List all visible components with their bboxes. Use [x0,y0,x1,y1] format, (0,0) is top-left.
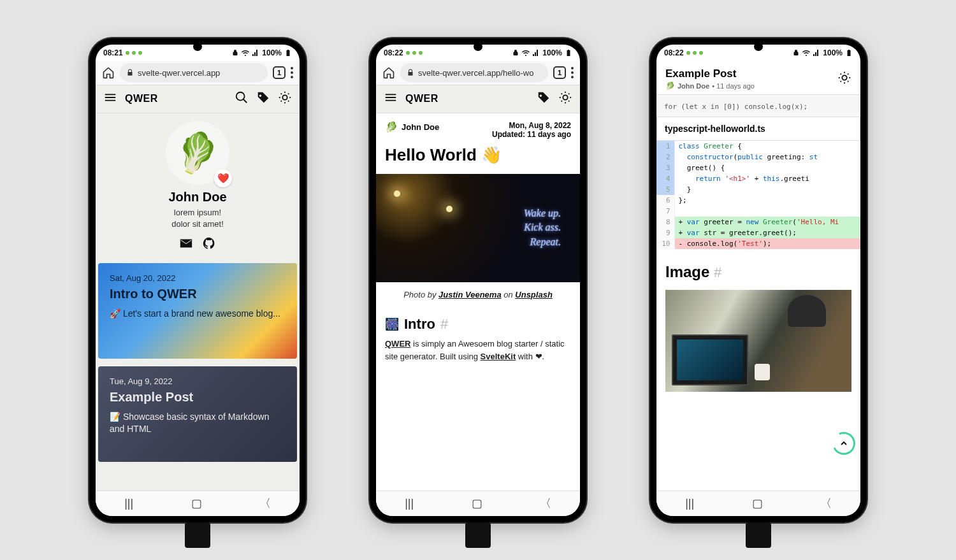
battery-icon [565,49,572,57]
vpn-icon [512,49,519,57]
svg-point-3 [842,75,846,80]
android-icon [138,51,142,55]
profile-bio: lorem ipsum! dolor sit amet! [171,207,224,230]
phone-2: 08:22 100% svelte-qwer.vercel.app/hello-… [370,38,586,522]
avatar-icon: 🥬 [385,121,398,133]
neon-text: Wake up. Kick ass. Repeat. [524,206,561,249]
line-number: 9 [656,227,674,238]
heart-badge: ❤️ [214,169,232,187]
theme-icon[interactable] [278,90,292,107]
back-button[interactable]: 〈 [820,496,832,511]
tabs-button[interactable]: 1 [273,66,286,79]
menu-icon[interactable] [103,90,117,107]
home-icon[interactable] [382,66,395,79]
sticky-header: Example Post 🥬 John Doe • 11 days ago [656,61,860,94]
android-icon [686,51,690,55]
image-caption: Photo by Justin Veenema on Unsplash [376,282,580,307]
unsplash-link[interactable]: Unsplash [515,290,553,299]
mail-icon[interactable] [179,236,193,250]
post-date: Sat, Aug 20, 2022 [110,273,286,283]
browser-address-bar: svelte-qwer.vercel.app 1 [96,61,300,85]
line-number: 6 [656,195,674,206]
home-icon[interactable] [102,66,115,79]
svg-point-0 [236,92,245,101]
code-line: }; [674,195,860,206]
app-title[interactable]: QWER [125,93,158,104]
url-field[interactable]: svelte-qwer.vercel.app [120,63,268,82]
code-filename: typescript-helloworld.ts [656,117,860,141]
android-icon [699,51,703,55]
line-number: 8 [656,217,674,227]
back-button[interactable]: 〈 [259,496,271,511]
app-header: QWER [96,85,300,113]
post-dates: Mon, Aug 8, 2022 Updated: 11 days ago [492,121,571,139]
browser-menu-icon[interactable] [291,67,293,78]
code-line: return '<h1>' + this.greeti [674,173,860,184]
github-icon[interactable] [202,236,216,250]
battery-icon [845,49,853,57]
wifi-icon [802,49,810,57]
sveltekit-link[interactable]: SvelteKit [481,352,516,361]
recents-button[interactable]: ||| [405,497,414,510]
home-button[interactable]: ▢ [191,496,202,510]
mug-icon [755,364,770,380]
lock-icon [126,69,134,76]
theme-icon[interactable] [837,71,851,87]
post-byline: 🥬 John Doe • 11 days ago [665,82,755,90]
content-image[interactable] [665,290,851,392]
post-card-1[interactable]: Sat, Aug 20, 2022 Intro to QWER 🚀 Let's … [98,263,297,359]
home-button[interactable]: ▢ [752,496,763,510]
avatar[interactable]: 🥬 ❤️ [166,121,229,185]
recents-button[interactable]: ||| [124,497,133,510]
android-navbar: ||| ▢ 〈 [96,491,300,516]
theme-icon[interactable] [558,90,572,107]
phone-3: 08:22 100% Example Post 🥬 John Doe • 11 … [650,38,867,522]
tag-icon[interactable] [256,90,270,107]
lamp-icon [788,295,826,327]
menu-icon[interactable] [384,90,398,107]
line-number: 2 [656,152,674,162]
tag-icon[interactable] [537,90,551,107]
line-number: 7 [656,206,674,217]
signal-icon [252,49,259,57]
android-navbar: ||| ▢ 〈 [656,491,860,516]
qwer-link[interactable]: QWER [385,339,410,348]
status-time: 08:21 [103,48,123,57]
post-author[interactable]: 🥬 John Doe [385,121,439,133]
post-content: for (let x in [0]) console.log(x); types… [656,94,860,491]
home-button[interactable]: ▢ [472,496,482,510]
tabs-button[interactable]: 1 [553,66,566,79]
recents-button[interactable]: ||| [685,497,694,510]
bulb-icon [394,190,400,197]
wifi-icon [242,49,249,57]
section-heading: 🎆 Intro # [376,307,580,338]
body-text: QWER is simply an Awesoem blog starter /… [376,338,580,373]
signal-icon [813,49,820,57]
battery-text: 100% [823,48,843,57]
url-field[interactable]: svelte-qwer.vercel.app/hello-wo [400,63,548,82]
code-block: 1class Greeter {2 constructor(public gre… [656,141,860,249]
line-number: 3 [656,162,674,173]
url-text: svelte-qwer.vercel.app [138,68,220,78]
photographer-link[interactable]: Justin Veenema [438,290,502,299]
code-line: greet() { [674,162,860,173]
anchor-icon[interactable]: # [714,264,721,280]
line-number: 4 [656,173,674,184]
browser-menu-icon[interactable] [571,67,574,78]
wifi-icon [522,49,530,57]
profile-section: 🥬 ❤️ John Doe lorem ipsum! dolor sit ame… [96,113,300,261]
post-card-2[interactable]: Tue, Aug 9, 2022 Example Post 📝 Showcase… [98,366,297,462]
status-time: 08:22 [664,48,684,57]
android-icon [406,51,410,55]
code-line: constructor(public greeting: st [674,152,860,162]
url-text: svelte-qwer.vercel.app/hello-wo [418,68,533,78]
search-icon[interactable] [235,90,249,107]
back-button[interactable]: 〈 [540,496,551,511]
code-snippet: for (let x in [0]) console.log(x); [656,94,860,117]
post-title: Example Post [665,68,755,80]
post-summary: 📝 Showcase basic syntax of Markdown and … [110,411,286,436]
android-navbar: ||| ▢ 〈 [376,491,580,516]
scroll-to-top-button[interactable] [829,428,858,457]
anchor-icon[interactable]: # [440,316,448,333]
app-title[interactable]: QWER [405,93,438,104]
